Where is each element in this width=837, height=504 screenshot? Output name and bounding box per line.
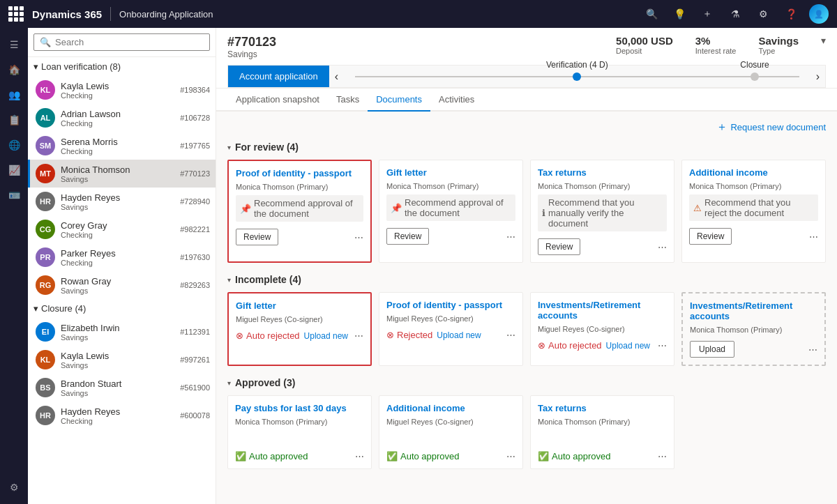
for-review-section-header[interactable]: ▾ For review (4): [227, 142, 826, 153]
sidebar-item-parker-reyes[interactable]: PR Parker Reyes Checking #197630: [28, 243, 216, 271]
doc-card-recommendation: ⚠ Recommend that you reject the document: [689, 194, 818, 221]
sidebar-item-hayden-reyes-2[interactable]: HR Hayden Reyes Checking #600078: [28, 402, 216, 429]
tab-activities[interactable]: Activities: [430, 89, 483, 112]
user-avatar[interactable]: 👤: [809, 4, 829, 24]
doc-card-investments-cosigner: Investments/Retirement accounts Miguel R…: [530, 292, 674, 366]
stage-prev[interactable]: ‹: [329, 70, 344, 83]
top-nav: Dynamics 365 Onboarding Application 🔍 💡 …: [0, 0, 837, 28]
sidebar-item-info: Kayla Lewis Checking: [61, 81, 174, 100]
sidebar-group-loan[interactable]: ▾ Loan verification (8): [28, 57, 216, 76]
request-btn-label: Request new document: [730, 122, 826, 132]
avatar: PR: [36, 247, 55, 267]
sidebar-item-id: #982221: [180, 225, 210, 234]
record-id: #770123: [227, 35, 276, 49]
group-label: Closure (4): [41, 303, 86, 314]
tab-application-snapshot[interactable]: Application snapshot: [227, 89, 328, 112]
search-icon[interactable]: 🔍: [642, 4, 661, 24]
doc-card-tax-returns-approved: Tax returns Monica Thomson (Primary) ✅ A…: [530, 395, 674, 469]
more-options-icon[interactable]: ⋯: [354, 232, 363, 243]
status-badge: ✅ Auto approved: [538, 451, 611, 461]
sidebar-item-monica-thomson[interactable]: MT Monica Thomson Savings #770123: [28, 160, 216, 188]
avatar: BS: [36, 378, 55, 397]
sidebar-item-adrian-lawson[interactable]: AL Adrian Lawson Checking #106728: [28, 104, 216, 132]
review-button[interactable]: Review: [236, 229, 278, 245]
upload-new-button[interactable]: Upload new: [606, 341, 650, 351]
sidebar-item-brandon-stuart[interactable]: BS Brandon Stuart Savings #561900: [28, 374, 216, 402]
sidebar-item-info: Adrian Lawson Checking: [61, 109, 174, 128]
incomplete-section-header[interactable]: ▾ Incomplete (4): [227, 274, 826, 285]
more-options-icon[interactable]: ⋯: [658, 242, 667, 252]
add-icon[interactable]: ＋: [698, 4, 717, 24]
sidebar-item-kayla-lewis-1[interactable]: KL Kayla Lewis Checking #198364: [28, 76, 216, 104]
more-options-icon[interactable]: ⋯: [808, 344, 817, 355]
avatar: EI: [36, 322, 55, 342]
verification-label: Verification (4 D): [546, 60, 608, 70]
search-input[interactable]: [55, 37, 204, 47]
chevron-down-icon: ▾: [227, 144, 231, 151]
upload-new-button[interactable]: Upload new: [437, 330, 481, 340]
status-label: Auto rejected: [246, 330, 300, 341]
expand-icon[interactable]: ▾: [821, 35, 826, 55]
help-icon[interactable]: ❓: [781, 4, 801, 24]
sidebar-item-id: #198364: [180, 86, 210, 94]
more-options-icon[interactable]: ⋯: [658, 451, 667, 461]
more-options-icon[interactable]: ⋯: [506, 231, 515, 242]
sidebar-item-rowan-gray[interactable]: RG Rowan Gray Savings #829263: [28, 271, 216, 299]
doc-card-passport-incomplete: Proof of identity - passport Miguel Reye…: [379, 292, 523, 366]
doc-card-additional-income-approved: Additional income Miguel Reyes (Co-signe…: [379, 395, 523, 469]
sidebar-item-corey-gray[interactable]: CG Corey Gray Checking #982221: [28, 215, 216, 243]
sidebar-item-elizabeth-irwin[interactable]: EI Elizabeth Irwin Savings #112391: [28, 318, 216, 346]
app-menu-button[interactable]: [8, 6, 24, 22]
chart-icon[interactable]: 📈: [3, 159, 25, 181]
status-label: Rejected: [397, 330, 432, 340]
tab-documents[interactable]: Documents: [368, 89, 430, 112]
approved-icon: ✅: [538, 451, 549, 461]
incomplete-grid: Gift letter Miguel Reyes (Co-signer) ⊗ A…: [227, 292, 826, 366]
more-options-icon[interactable]: ⋯: [355, 451, 364, 461]
sidebar: 🔍 ▾ Loan verification (8) KL Kayla Lewis…: [28, 28, 216, 504]
upload-new-button[interactable]: Upload new: [304, 331, 348, 341]
doc-card-additional-income-review: Additional income Monica Thomson (Primar…: [681, 160, 826, 263]
id-icon[interactable]: 🪪: [3, 184, 25, 206]
doc-card-title: Gift letter: [386, 167, 515, 178]
stage-next[interactable]: ›: [810, 70, 825, 83]
home-icon[interactable]: 🏠: [3, 59, 25, 81]
sidebar-item-kayla-lewis-2[interactable]: KL Kayla Lewis Savings #997261: [28, 346, 216, 374]
review-button[interactable]: Review: [689, 228, 732, 245]
reports-icon[interactable]: 📋: [3, 109, 25, 131]
globe-icon[interactable]: 🌐: [3, 134, 25, 156]
doc-card-actions: ✅ Auto approved ⋯: [538, 451, 667, 461]
more-options-icon[interactable]: ⋯: [809, 231, 818, 242]
approved-title: Approved (3): [235, 377, 295, 388]
interest-field: 3% Interest rate: [695, 35, 737, 55]
rec-text: Recommend approval of the document: [405, 197, 511, 218]
request-document-button[interactable]: ＋ Request new document: [716, 120, 826, 135]
settings-icon[interactable]: ⚙: [753, 4, 773, 24]
avatar: HR: [36, 192, 55, 211]
account-application-stage[interactable]: Account application: [228, 66, 329, 87]
brand-name: Dynamics 365: [32, 8, 102, 20]
rail-settings-icon[interactable]: ⚙: [3, 476, 25, 498]
sidebar-item-serena-morris[interactable]: SM Serena Morris Checking #197765: [28, 132, 216, 160]
menu-icon[interactable]: ☰: [3, 33, 25, 56]
tab-tasks[interactable]: Tasks: [328, 89, 368, 112]
more-options-icon[interactable]: ⋯: [506, 451, 515, 461]
doc-card-person: Monica Thomson (Primary): [538, 418, 667, 426]
more-options-icon[interactable]: ⋯: [658, 340, 667, 351]
more-options-icon[interactable]: ⋯: [506, 330, 515, 340]
search-box[interactable]: 🔍: [33, 33, 210, 51]
sidebar-item-type: Savings: [61, 175, 174, 183]
approved-section-header[interactable]: ▾ Approved (3): [227, 377, 826, 388]
lightbulb-icon[interactable]: 💡: [670, 4, 689, 24]
filter-icon[interactable]: ⚗: [725, 4, 745, 24]
review-button[interactable]: Review: [386, 228, 429, 245]
type-field: Savings Type: [758, 35, 799, 55]
more-options-icon[interactable]: ⋯: [354, 330, 363, 341]
people-icon[interactable]: 👥: [3, 84, 25, 106]
upload-button[interactable]: Upload: [690, 341, 734, 358]
avatar: HR: [36, 406, 55, 425]
review-button[interactable]: Review: [538, 238, 580, 255]
sidebar-item-hayden-reyes-1[interactable]: HR Hayden Reyes Savings #728940: [28, 188, 216, 215]
sidebar-group-closure[interactable]: ▾ Closure (4): [28, 299, 216, 318]
sidebar-item-type: Checking: [61, 259, 174, 267]
